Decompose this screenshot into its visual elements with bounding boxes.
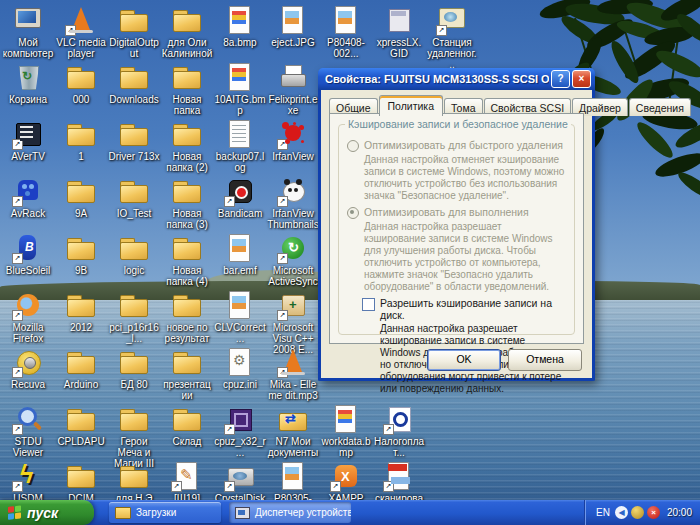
desktop-icon[interactable]: ↗STDU Viewer [2,403,54,458]
desktop-icon[interactable]: ↗AVerTV [2,118,54,162]
tab-Политика[interactable]: Политика [379,95,444,116]
desktop-icon-label: DigitalOutput [108,37,160,59]
desktop-icon[interactable]: pci_p16r16_l... [108,289,160,344]
desktop-icon[interactable]: backup07.log [214,118,266,173]
hide-icons-chevron-icon[interactable]: ◀ [615,506,628,519]
radio-fast-desc: Данная настройка отменяет кэширование за… [364,154,565,202]
desktop-icon[interactable]: Новая папка [161,61,213,116]
desktop-icon[interactable]: Новая папка (3) [161,175,213,230]
close-icon[interactable]: × [572,70,591,88]
folder-icon [171,346,203,378]
language-indicator[interactable]: EN [596,507,610,518]
desktop-icon-label: 2012 [55,322,107,333]
desktop-icon[interactable]: ↗CrystalDiskInfo [214,460,266,500]
desktop-icon[interactable]: 10AITG.bmp [214,61,266,116]
desktop-icon[interactable]: logic [108,232,160,276]
desktop-icon[interactable]: Корзина [2,61,54,105]
help-icon [383,4,415,36]
desktop-icon[interactable]: N7 Мои документы [267,403,319,458]
desktop-icon[interactable]: Driver 713x [108,118,160,162]
desktop-icon-label: cpuz.ini [214,379,266,390]
desktop-icon-label: Bandicam [214,208,266,219]
desktop-icon-label: N7 Мои документы [267,436,319,458]
safely-remove-icon[interactable]: × [647,506,660,519]
tray-status-icon[interactable] [631,506,644,519]
desktop-icon[interactable]: БД 80 [108,346,160,390]
desktop-icon[interactable]: 9B [55,232,107,276]
desktop-icon[interactable]: ↗VLC media player [55,4,107,59]
desktop-icon[interactable]: ↗XAMPP Control Panel [320,460,372,500]
desktop-icon[interactable]: презентации [161,346,213,401]
desktop-icon[interactable]: cpuz.ini [214,346,266,390]
folder-icon [65,460,97,492]
desktop-icon-label: 9B [55,265,107,276]
desktop-icon[interactable]: DigitalOutput [108,4,160,59]
desktop-icon[interactable]: DCIM [55,460,107,500]
radio-optimize-performance[interactable]: Оптимизировать для выполнения [346,206,567,219]
desktop-icon[interactable]: ↗IrfanView Thumbnails [267,175,319,230]
folder-icon [118,232,150,264]
desktop-icon[interactable]: ↗AvRack [2,175,54,219]
desktop-icon[interactable]: xpressLX.GID [373,4,425,59]
radio-selected-icon[interactable] [347,207,359,219]
checkbox-icon[interactable] [362,298,375,311]
task-buttons: ЗагрузкиДиспетчер устройств [109,502,585,523]
desktop-icon[interactable]: для Н.Э [108,460,160,500]
vlc-icon: ↗ [277,346,309,378]
desktop-icon[interactable]: ↗[Ш19] Результат... [161,460,213,500]
start-button[interactable]: пуск [0,500,94,525]
vlc-icon: ↗ [65,4,97,36]
desktop-icon[interactable]: eject.JPG [267,4,319,48]
desktop-icon[interactable]: IO_Test [108,175,160,219]
desktop-icon[interactable]: CPLDAPU [55,403,107,447]
desktop-icon-label: P80408-002... [320,37,372,59]
desktop-icon[interactable]: P80408-002... [320,4,372,59]
enable-write-cache-checkbox[interactable]: Разрешить кэширование записи на диск. [362,297,567,321]
desktop-icon[interactable]: ↗Recuva [2,346,54,390]
desktop-icon[interactable]: ↗IrfanView [267,118,319,162]
desktop-icon[interactable]: ↗cpuz_x32_r... [214,403,266,458]
desktop-icon[interactable]: CLVCorrect... [214,289,266,344]
desktop-icon[interactable]: ↗Microsoft ActiveSync [267,232,319,287]
desktop-icon[interactable]: bar.emf [214,232,266,276]
desktop-icon[interactable]: 000 [55,61,107,105]
desktop-icon[interactable]: ↗Станция удаленног... [426,4,478,70]
desktop-icon[interactable]: Склад [161,403,213,447]
folder-icon [171,289,203,321]
desktop-icon[interactable]: 2012 [55,289,107,333]
help-button[interactable]: ? [551,70,570,88]
desktop-icon[interactable]: ↗Налогоплат... [373,403,425,458]
windows-flag-icon [8,505,22,520]
radio-icon[interactable] [347,140,359,152]
dialog-titlebar[interactable]: Свойства: FUJITSU MCM3130SS-S SCSI Optic… [318,68,595,90]
taskbar-clock[interactable]: 20:00 [667,507,692,518]
desktop-icon[interactable]: 1 [55,118,107,162]
desktop-icon[interactable]: новое по результат [161,289,213,344]
desktop-icon[interactable]: P80305-192... [267,460,319,500]
desktop-icon[interactable]: Downloads [108,61,160,105]
desktop-icon-label: DCIM [55,493,107,500]
taskbar-button[interactable]: Диспетчер устройств [229,502,351,523]
desktop-icon[interactable]: ↗BlueSoleil [2,232,54,276]
cancel-button[interactable]: Отмена [508,349,582,371]
ok-button[interactable]: OK [427,349,501,371]
desktop-icon[interactable]: ↗Mika - Elle me dit.mp3 [267,346,319,401]
tab-Сведения[interactable]: Сведения [629,98,691,116]
taskbar-button[interactable]: Загрузки [109,502,221,523]
desktop-icon[interactable]: 8a.bmp [214,4,266,48]
desktop-icon[interactable]: Felixprint.exe [267,61,319,116]
bmp-icon [224,4,256,36]
desktop-icon[interactable]: Arduino [55,346,107,390]
desktop-icon[interactable]: Новая папка (4) [161,232,213,287]
desktop-icon[interactable]: ↗Bandicam [214,175,266,219]
desktop-icon[interactable]: Новая папка (2) [161,118,213,173]
desktop-icon[interactable]: для Оли Калининой [161,4,213,59]
desktop-icon[interactable]: Мой компьютер [2,4,54,59]
desktop-icon[interactable]: ↗сканирован... [373,460,425,500]
desktop-icon[interactable]: 9A [55,175,107,219]
desktop-icon[interactable]: ↗Mozilla Firefox [2,289,54,344]
desktop-icon[interactable]: ↗USDM [2,460,54,500]
radio-optimize-fast[interactable]: Оптимизировать для быстрого удаления [346,139,567,152]
desktop-icon[interactable]: workdata.bmp [320,403,372,458]
desktop-icon-label: Recuva [2,379,54,390]
